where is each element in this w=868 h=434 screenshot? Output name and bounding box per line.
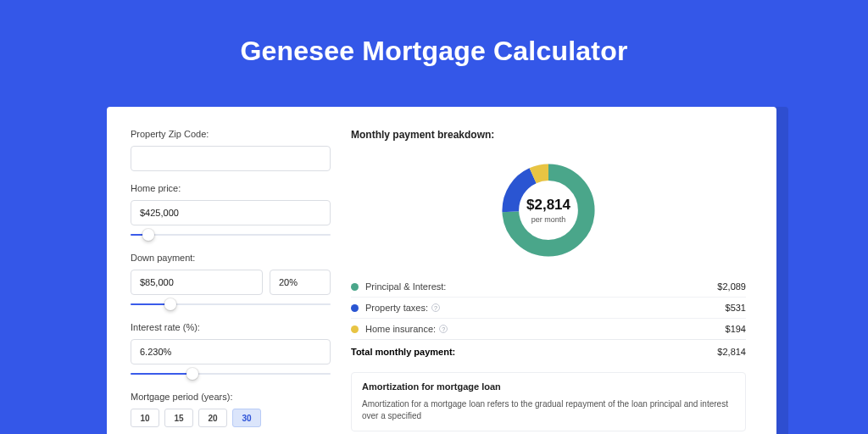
legend-row-0: Principal & Interest:$2,089 <box>351 276 746 297</box>
calculator-card: Property Zip Code: Home price: Down paym… <box>107 107 776 434</box>
interest-rate-slider[interactable] <box>131 368 331 380</box>
legend-row-2: Home insurance:?$194 <box>351 318 746 339</box>
down-payment-input[interactable] <box>131 270 263 295</box>
zip-input[interactable] <box>131 146 331 171</box>
info-icon[interactable]: ? <box>439 325 448 333</box>
total-label: Total monthly payment: <box>351 347 455 357</box>
legend-row-1: Property taxes:?$531 <box>351 297 746 318</box>
inputs-column: Property Zip Code: Home price: Down paym… <box>131 129 331 434</box>
donut-amount: $2,814 <box>526 197 570 214</box>
donut-sub: per month <box>531 215 566 224</box>
home-price-field: Home price: <box>131 183 331 241</box>
amortization-box: Amortization for mortgage loan Amortizat… <box>351 372 746 431</box>
legend-label: Property taxes:? <box>365 303 440 313</box>
down-payment-label: Down payment: <box>131 253 331 263</box>
zip-label: Property Zip Code: <box>131 129 331 139</box>
down-payment-field: Down payment: <box>131 253 331 310</box>
blue-dot-icon <box>351 304 359 312</box>
page-background: Genesee Mortgage Calculator Property Zip… <box>0 0 868 434</box>
legend-value: $194 <box>726 324 746 334</box>
legend-value: $2,089 <box>717 281 746 292</box>
period-button-15[interactable]: 15 <box>164 409 193 427</box>
payment-donut-chart: $2,814 per month <box>498 160 598 260</box>
total-row: Total monthly payment: $2,814 <box>351 339 746 357</box>
legend: Principal & Interest:$2,089Property taxe… <box>351 276 746 339</box>
green-dot-icon <box>351 283 359 291</box>
page-title: Genesee Mortgage Calculator <box>0 0 868 67</box>
down-payment-slider[interactable] <box>131 298 331 310</box>
amortization-title: Amortization for mortgage loan <box>362 381 735 392</box>
interest-rate-input[interactable] <box>131 339 331 364</box>
home-price-label: Home price: <box>131 183 331 193</box>
period-button-30[interactable]: 30 <box>232 409 261 427</box>
interest-rate-field: Interest rate (%): <box>131 322 331 380</box>
breakdown-title: Monthly payment breakdown: <box>351 129 746 141</box>
down-payment-pct-input[interactable] <box>270 270 331 295</box>
donut-center: $2,814 per month <box>498 160 598 260</box>
info-icon[interactable]: ? <box>431 303 440 312</box>
mortgage-period-field: Mortgage period (years): 10152030 <box>131 392 331 427</box>
home-price-slider[interactable] <box>131 229 331 241</box>
zip-field: Property Zip Code: <box>131 129 331 171</box>
home-price-input[interactable] <box>131 200 331 225</box>
period-button-10[interactable]: 10 <box>131 409 159 427</box>
legend-value: $531 <box>726 303 746 313</box>
legend-label: Principal & Interest: <box>365 281 446 292</box>
donut-chart-area: $2,814 per month <box>351 151 746 270</box>
period-button-20[interactable]: 20 <box>198 409 227 427</box>
yellow-dot-icon <box>351 326 359 333</box>
mortgage-period-label: Mortgage period (years): <box>131 392 331 402</box>
breakdown-column: Monthly payment breakdown: $2,814 per mo… <box>351 129 746 434</box>
interest-rate-label: Interest rate (%): <box>131 322 331 332</box>
amortization-text: Amortization for a mortgage loan refers … <box>362 398 735 422</box>
legend-label: Home insurance:? <box>365 324 448 334</box>
total-value: $2,814 <box>717 347 746 357</box>
